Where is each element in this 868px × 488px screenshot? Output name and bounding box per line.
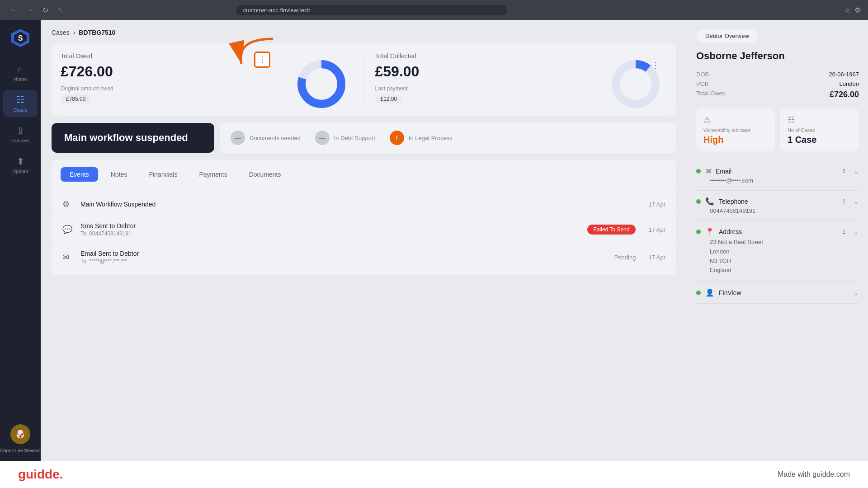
bookmark-icon[interactable]: ☆ (844, 6, 851, 14)
cases-value: 1 Case (788, 135, 852, 145)
telephone-status-dot (696, 199, 701, 204)
footer-logo: guidde. (18, 467, 63, 482)
invoices-icon: ⇧ (17, 125, 24, 136)
tab-events[interactable]: Events (61, 167, 98, 182)
last-payment-amount: £12.00 (375, 94, 403, 103)
total-collected-donut (609, 57, 663, 113)
app-logo[interactable]: S (9, 27, 31, 49)
email-chevron-icon: ⌄ (854, 168, 859, 175)
extension-icon[interactable]: ⚙ (854, 6, 861, 14)
email-count: 2 (839, 168, 849, 175)
email-contact-title: Email (716, 168, 834, 175)
sidebar-item-upload[interactable]: ⬆ Upload (3, 151, 38, 178)
pob-label: POB (696, 80, 776, 87)
finview-contact-icon: 👤 (705, 288, 714, 297)
sidebar-item-cases[interactable]: ☷ Cases (3, 90, 38, 117)
event-date: 17 Apr (648, 201, 665, 208)
sidebar-label-invoices: Invoices (11, 138, 29, 143)
back-button[interactable]: ← (7, 5, 20, 15)
finview-contact-header[interactable]: 👤 FinView ⌄ (696, 288, 859, 297)
app-body: S ⌂ Home ☷ Cases ⇧ Invoices ⬆ Upload 🐶 D… (0, 20, 868, 461)
event-item: ⚙ Main Workflow Suspended 17 Apr (52, 193, 676, 216)
address-contact-header[interactable]: 📍 Address 1 ⌄ (696, 227, 859, 236)
vulnerability-card: ⚠ Vulnerability indicator High (696, 108, 775, 151)
sidebar-item-invoices[interactable]: ⇧ Invoices (3, 121, 38, 148)
finview-chevron-icon: ⌄ (854, 289, 859, 296)
tab-documents[interactable]: Documents (240, 167, 290, 182)
debtor-overview-button[interactable]: Debtor Overview (696, 29, 758, 43)
tabs-panel: Events Notes Financials Payments Documen… (52, 160, 676, 275)
sidebar-bottom: 🐶 Darren Lee Stevens (0, 424, 41, 454)
total-collected-card: ⋮ Total Collected £59.00 Last payment £1… (375, 52, 668, 107)
total-owed-card: Total Owed £726.00 Original amount owed … (61, 52, 353, 107)
telephone-contact-header[interactable]: 📞 Telephone 1 ⌄ (696, 197, 859, 206)
cases-icon: ☷ (788, 115, 852, 125)
telephone-contact-icon: 📞 (705, 197, 714, 206)
sidebar-label-upload: Upload (13, 169, 28, 174)
footer-text: Made with guidde.com (778, 470, 850, 479)
address-contact-icon: 📍 (705, 227, 714, 236)
footer-bar: guidde. Made with guidde.com (0, 461, 868, 488)
sms-event-info: Sms Sent to Debtor To: 00447458149191 (80, 222, 580, 237)
telephone-contact-title: Telephone (719, 198, 834, 205)
workflow-suspended-badge: Main workflow suspended (52, 123, 214, 153)
email-event-date: 17 Apr (648, 254, 665, 261)
url-bar[interactable]: customer-acc.finview.tech (236, 5, 507, 15)
breadcrumb: Cases › BDTBG7510 (52, 29, 676, 36)
financial-cards: Total Owed £726.00 Original amount owed … (52, 43, 676, 116)
total-owed-donut (294, 57, 349, 113)
email-icon: ✉ (62, 252, 73, 262)
home-button[interactable]: ⌂ (55, 5, 65, 15)
breadcrumb-parent[interactable]: Cases (52, 29, 70, 36)
forward-button[interactable]: → (24, 5, 36, 15)
highlight-kebab-button[interactable] (254, 52, 270, 68)
metric-cards: ⚠ Vulnerability indicator High ☷ No of C… (696, 108, 859, 151)
status-legal: ! In Legal Process (390, 131, 453, 145)
address-detail: 23 Not a Real Street London N3 7GH Engla… (696, 238, 859, 275)
finview-contact-section: 👤 FinView ⌄ (696, 282, 859, 304)
address-line4: England (710, 266, 859, 275)
browser-navigation[interactable]: ← → ↻ ⌂ (7, 5, 65, 15)
debt-support-label: In Debt Support (334, 135, 375, 141)
workflow-suspended-text: Main workflow suspended (64, 132, 188, 144)
reload-button[interactable]: ↻ (40, 5, 51, 15)
address-line2: London (710, 247, 859, 257)
email-value: ••••••••@••••.com (696, 177, 859, 184)
sms-recipient: To: 00447458149191 (80, 230, 580, 237)
legal-dot: ! (390, 131, 404, 145)
tab-financials[interactable]: Financials (140, 167, 186, 182)
events-list: ⚙ Main Workflow Suspended 17 Apr 💬 Sms S… (52, 189, 676, 275)
event-info: Main Workflow Suspended (80, 201, 641, 208)
main-content: Cases › BDTBG7510 Total Owed £726.00 (41, 20, 687, 461)
documents-dot: — (231, 131, 245, 145)
pob-value: London (779, 80, 859, 87)
dob-label: DOB (696, 71, 776, 78)
address-status-dot (696, 230, 701, 234)
email-contact-icon: ✉ (705, 167, 711, 175)
status-indicators-panel: — Documents needed — In Debt Support ! I… (220, 123, 676, 153)
tab-payments[interactable]: Payments (190, 167, 236, 182)
svg-point-6 (616, 64, 656, 104)
sidebar-label-cases: Cases (13, 107, 27, 113)
user-name: Darren Lee Stevens (0, 448, 41, 454)
card-divider (364, 52, 364, 107)
finview-status-dot (696, 291, 701, 295)
tab-notes[interactable]: Notes (102, 167, 137, 182)
breadcrumb-current: BDTBG7510 (79, 29, 115, 36)
vulnerability-label: Vulnerability indicator (703, 127, 768, 133)
telephone-value: 00447458149191 (696, 207, 859, 214)
sms-event-date: 17 Apr (648, 226, 665, 233)
email-contact-header[interactable]: ✉ Email 2 ⌄ (696, 167, 859, 175)
avatar[interactable]: 🐶 (10, 424, 30, 444)
sidebar: S ⌂ Home ☷ Cases ⇧ Invoices ⬆ Upload 🐶 D… (0, 20, 41, 461)
total-owed-right-value: £726.00 (779, 90, 859, 99)
finview-contact-title: FinView (719, 289, 849, 296)
email-event-info: Email Sent to Debtor To: *****@***.***.*… (80, 250, 607, 264)
event-title: Main Workflow Suspended (80, 201, 641, 208)
telephone-chevron-icon: ⌄ (854, 198, 859, 205)
email-recipient: To: *****@***.***.*** (80, 258, 607, 264)
telephone-count: 1 (839, 198, 849, 205)
address-count: 1 (839, 228, 849, 235)
sidebar-item-home[interactable]: ⌂ Home (3, 60, 38, 86)
event-item-email: ✉ Email Sent to Debtor To: *****@***.***… (52, 244, 676, 271)
